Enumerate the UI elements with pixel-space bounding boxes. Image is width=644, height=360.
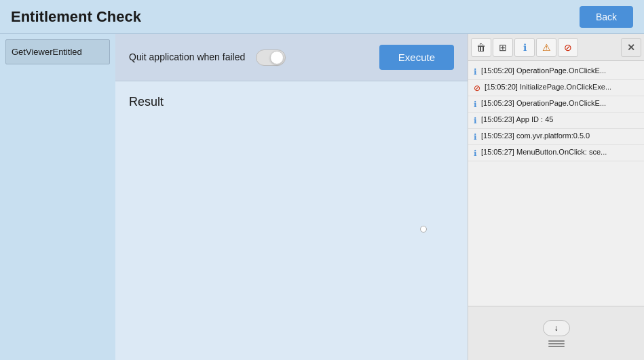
- log-text-1: [15:05:20] InitializePage.OnClickExe...: [485, 83, 611, 91]
- right-panel: 🗑 ⊞ ℹ ⚠ ⊘ ✕ ℹ[15:05:20] OperationPage.On…: [468, 34, 644, 360]
- back-button[interactable]: Back: [580, 6, 633, 28]
- log-icon-5: ℹ: [474, 148, 477, 158]
- log-text-3: [15:05:23] App ID : 45: [481, 115, 553, 123]
- download-button[interactable]: ↓: [543, 320, 570, 336]
- download-icon: ↓: [554, 323, 558, 333]
- log-entry-0: ℹ[15:05:20] OperationPage.OnClickE...: [468, 64, 644, 80]
- warn-filter-button[interactable]: ⚠: [536, 38, 556, 57]
- sidebar-item-get-viewer-entitled[interactable]: GetViewerEntitled: [5, 39, 110, 64]
- toggle-knob: [270, 51, 284, 64]
- log-entry-3: ℹ[15:05:23] App ID : 45: [468, 113, 644, 129]
- log-icon-3: ℹ: [474, 116, 477, 125]
- page-title: Entitlement Check: [11, 8, 141, 26]
- sidebar: GetViewerEntitled: [0, 34, 115, 360]
- execute-button[interactable]: Execute: [379, 45, 454, 70]
- result-dot: [420, 226, 427, 233]
- menu-line-3: [548, 346, 565, 347]
- menu-lines-button[interactable]: [548, 340, 565, 347]
- log-entry-5: ℹ[15:05:27] MenuButton.OnClick: sce...: [468, 145, 644, 161]
- right-bottom: ↓: [468, 306, 644, 360]
- controls-bar: Quit application when failed Execute: [115, 34, 468, 81]
- grid-button[interactable]: ⊞: [493, 38, 513, 57]
- log-list: ℹ[15:05:20] OperationPage.OnClickE...⊘[1…: [468, 61, 644, 306]
- toggle-row: Quit application when failed: [129, 49, 286, 66]
- menu-line-2: [548, 343, 565, 344]
- log-text-0: [15:05:20] OperationPage.OnClickE...: [481, 66, 606, 75]
- log-icon-2: ℹ: [474, 100, 477, 109]
- log-entry-4: ℹ[15:05:23] com.yvr.platform:0.5.0: [468, 129, 644, 145]
- log-entry-1: ⊘[15:05:20] InitializePage.OnClickExe...: [468, 80, 644, 96]
- close-button[interactable]: ✕: [621, 38, 641, 57]
- header: Entitlement Check Back: [0, 0, 644, 34]
- toggle-label: Quit application when failed: [129, 51, 245, 63]
- content-area: Quit application when failed Execute Res…: [115, 34, 468, 360]
- log-entry-2: ℹ[15:05:23] OperationPage.OnClickE...: [468, 96, 644, 113]
- log-icon-0: ℹ: [474, 67, 477, 77]
- trash-button[interactable]: 🗑: [471, 38, 491, 57]
- error-filter-button[interactable]: ⊘: [558, 38, 578, 57]
- log-icon-1: ⊘: [474, 83, 480, 93]
- log-text-5: [15:05:27] MenuButton.OnClick: sce...: [481, 148, 607, 156]
- main-layout: GetViewerEntitled Quit application when …: [0, 34, 644, 360]
- log-text-4: [15:05:23] com.yvr.platform:0.5.0: [481, 132, 590, 140]
- log-icon-4: ℹ: [474, 132, 477, 142]
- info-filter-button[interactable]: ℹ: [514, 38, 535, 57]
- menu-line-1: [548, 340, 565, 342]
- result-content: [129, 117, 454, 321]
- right-toolbar: 🗑 ⊞ ℹ ⚠ ⊘ ✕: [468, 34, 644, 61]
- log-text-2: [15:05:23] OperationPage.OnClickE...: [481, 99, 606, 107]
- quit-toggle[interactable]: [256, 49, 286, 66]
- result-area: Result: [115, 81, 468, 360]
- result-label: Result: [129, 95, 454, 109]
